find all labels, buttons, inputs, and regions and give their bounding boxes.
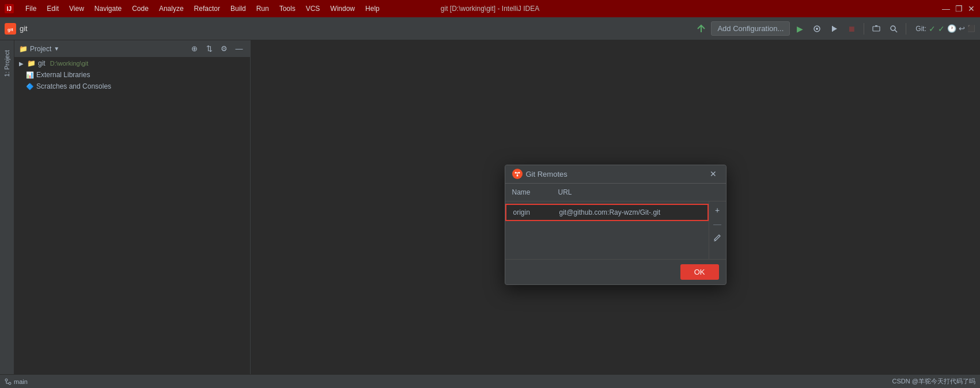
git-status: Git: ✓ ✓ 🕐 ↩ ⬛ (915, 24, 975, 33)
menu-build[interactable]: Build (226, 3, 251, 14)
tree-item-external-libs-label: External Libraries (36, 71, 90, 79)
folder-icon: 📁 (19, 45, 28, 53)
dialog-body: Name URL origin git@github.com:Ray-wzm/G… (505, 184, 726, 259)
minimize-button[interactable]: — (942, 5, 950, 13)
git-check2-icon: ✓ (938, 24, 945, 33)
svg-line-17 (714, 241, 716, 241)
tree-item-scratches-label: Scratches and Consoles (36, 82, 111, 90)
app-logo: IJ (5, 4, 14, 13)
menu-analyze[interactable]: Analyze (154, 3, 188, 14)
dialog-title-bar: Git Remotes ✕ (505, 165, 726, 184)
svg-text:IJ: IJ (7, 6, 12, 12)
sidebar-actions: ⊕ ⇅ ⚙ — (188, 43, 245, 55)
add-configuration-button[interactable]: Add Configuration... (711, 21, 790, 36)
hide-button[interactable]: — (233, 43, 245, 55)
collapse-all-button[interactable]: ⇅ (203, 43, 215, 55)
toolbar-git-label: git (20, 24, 28, 33)
search-everywhere-button[interactable] (886, 21, 901, 36)
git-label: Git: (915, 25, 926, 33)
git-icon: git (5, 23, 16, 35)
main-content: Search Everywhere Double Shift (251, 40, 980, 374)
svg-text:git: git (7, 27, 13, 32)
dialog-table-content: origin git@github.com:Ray-wzm/Git-.git (505, 201, 709, 259)
add-file-button[interactable]: ⊕ (188, 43, 200, 55)
svg-point-19 (9, 382, 11, 385)
status-bar-right-text: CSDN @羊驼今天打代码了吗 (892, 377, 975, 386)
tree-item-git[interactable]: ▶ 📁 git D:\working\git (14, 58, 250, 69)
build-button[interactable] (869, 21, 884, 36)
run-button[interactable]: ▶ (792, 21, 807, 36)
dialog-footer: OK (505, 259, 726, 284)
expand-arrow-icon: ▶ (19, 60, 24, 67)
ok-button[interactable]: OK (680, 264, 719, 280)
dropdown-icon: ▼ (54, 45, 59, 52)
project-name: git git (5, 23, 28, 35)
tree-item-scratches[interactable]: 🔷 Scratches and Consoles (14, 81, 250, 92)
dialog-close-button[interactable]: ✕ (707, 168, 719, 180)
main-layout: 1: Project 📁 Project ▼ ⊕ ⇅ ⚙ — ▶ 📁 git D… (0, 40, 980, 374)
debug-button[interactable] (809, 21, 824, 36)
dialog-side-buttons: + — (709, 201, 726, 259)
menu-view[interactable]: View (65, 3, 89, 14)
settings-button[interactable]: ⚙ (218, 43, 230, 55)
dialog-overlay: Git Remotes ✕ Name URL (251, 40, 980, 374)
project-tab[interactable]: 1: Project (0, 40, 14, 86)
clock-icon: 🕐 (947, 24, 956, 33)
menu-help[interactable]: Help (361, 3, 384, 14)
svg-rect-8 (873, 26, 880, 31)
sidebar-title: 📁 Project ▼ (19, 45, 183, 53)
sidebar-title-label: Project (30, 45, 51, 53)
remote-row-origin[interactable]: origin git@github.com:Ray-wzm/Git-.git (505, 204, 709, 221)
remote-name: origin (513, 208, 559, 216)
branch-name: main (14, 378, 28, 385)
sidebar: 📁 Project ▼ ⊕ ⇅ ⚙ — ▶ 📁 git D:\working\g… (14, 40, 251, 374)
column-url-header: URL (558, 188, 719, 196)
dialog-title-text: Git Remotes (526, 170, 707, 178)
svg-point-5 (816, 28, 818, 30)
terminal-icon: ⬛ (967, 25, 975, 32)
scratch-icon: 🔷 (26, 83, 34, 90)
menu-run[interactable]: Run (252, 3, 274, 14)
menu-window[interactable]: Window (326, 3, 360, 14)
window-title: git [D:\working\git] - IntelliJ IDEA (441, 5, 539, 13)
menu-refactor[interactable]: Refactor (190, 3, 225, 14)
status-bar: main CSDN @羊驼今天打代码了吗 (0, 374, 980, 388)
menu-navigate[interactable]: Navigate (90, 3, 126, 14)
title-bar: IJ File Edit View Navigate Code Analyze … (0, 0, 980, 17)
column-name-header: Name (512, 188, 558, 196)
menu-vcs[interactable]: VCS (301, 3, 325, 14)
menu-code[interactable]: Code (127, 3, 153, 14)
add-configuration-label: Add Configuration... (717, 24, 784, 33)
add-remote-button[interactable]: + (711, 204, 724, 216)
window-controls: — ❐ ✕ (942, 5, 975, 13)
left-tabs: 1: Project (0, 40, 14, 374)
check-arrow-button[interactable] (694, 21, 709, 36)
remove-remote-button[interactable]: — (711, 218, 724, 230)
dialog-table-header: Name URL (505, 184, 726, 201)
toolbar: git git Add Configuration... ▶ ⏹ Git: ✓ … (0, 17, 980, 40)
git-check1-icon: ✓ (929, 24, 936, 33)
dialog-git-icon (512, 169, 523, 179)
menu-tools[interactable]: Tools (275, 3, 300, 14)
folder-icon-git: 📁 (27, 59, 36, 67)
menu-file[interactable]: File (21, 3, 41, 14)
tree-item-external-libs[interactable]: 📊 External Libraries (14, 69, 250, 81)
git-remotes-dialog: Git Remotes ✕ Name URL (505, 165, 727, 285)
tree-item-git-label: git (38, 59, 46, 67)
svg-line-10 (895, 30, 897, 32)
close-button[interactable]: ✕ (967, 5, 975, 13)
status-git-branch[interactable]: main (5, 378, 28, 385)
stop-button[interactable]: ⏹ (844, 21, 859, 36)
maximize-button[interactable]: ❐ (955, 5, 963, 13)
svg-rect-7 (832, 26, 833, 32)
coverage-button[interactable] (827, 21, 842, 36)
dialog-table-area: origin git@github.com:Ray-wzm/Git-.git +… (505, 201, 726, 259)
remote-url: git@github.com:Ray-wzm/Git-.git (559, 208, 701, 216)
edit-remote-button[interactable] (711, 231, 724, 244)
undo-icon: ↩ (959, 24, 965, 33)
project-tab-label: 1: Project (3, 50, 10, 77)
tree-item-git-path: D:\working\git (50, 60, 89, 67)
svg-point-9 (891, 26, 895, 31)
menu-edit[interactable]: Edit (42, 3, 63, 14)
sidebar-header: 📁 Project ▼ ⊕ ⇅ ⚙ — (14, 40, 250, 58)
